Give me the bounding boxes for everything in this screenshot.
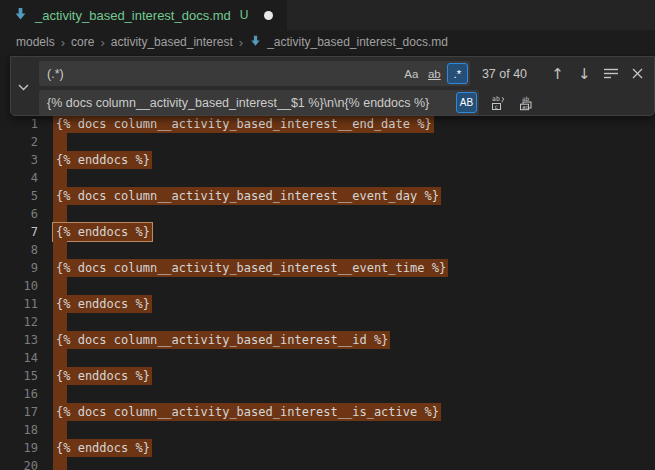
replace-icon: ab c: [491, 95, 507, 111]
line-number: 3: [0, 151, 38, 169]
regex-button[interactable]: .*: [447, 63, 468, 84]
markdown-icon: [249, 34, 262, 50]
markdown-icon: [13, 6, 28, 24]
close-find-button[interactable]: [626, 63, 648, 85]
line-number: 6: [0, 205, 38, 223]
code-line[interactable]: 11{% enddocs %}: [0, 295, 655, 313]
git-status-badge: U: [240, 8, 249, 22]
close-icon: [632, 68, 643, 79]
code-line[interactable]: 19{% enddocs %}: [0, 439, 655, 457]
line-number: 10: [0, 277, 38, 295]
line-number: 7: [0, 223, 38, 241]
find-match-highlight: {% enddocs %}: [53, 439, 152, 457]
toggle-replace-button[interactable]: [11, 57, 35, 115]
chevron-down-icon: [18, 77, 29, 95]
line-number: 19: [0, 439, 38, 457]
find-match-highlight: {% enddocs %}: [53, 367, 152, 385]
breadcrumb-item-file[interactable]: _activity_based_interest_docs.md: [249, 34, 448, 50]
tab-filename: _activity_based_interest_docs.md: [35, 8, 231, 23]
code-line[interactable]: 15{% enddocs %}: [0, 367, 655, 385]
editor-tab[interactable]: _activity_based_interest_docs.md U: [0, 0, 287, 30]
line-number: 20: [0, 457, 38, 470]
modified-indicator-dot[interactable]: [264, 11, 273, 20]
find-match-highlight-empty: [53, 241, 67, 259]
line-number: 17: [0, 403, 38, 421]
tab-bar: _activity_based_interest_docs.md U: [0, 0, 655, 30]
find-previous-button[interactable]: ↑: [547, 63, 569, 85]
line-number: 13: [0, 331, 38, 349]
code-line[interactable]: 7{% enddocs %}: [0, 223, 655, 241]
find-input[interactable]: (.*) Aa ab .*: [39, 61, 470, 86]
find-match-highlight-empty: [53, 169, 67, 187]
breadcrumb-item-models[interactable]: models: [16, 35, 55, 49]
find-match-highlight-empty: [53, 313, 67, 331]
replace-all-button[interactable]: ab ac: [515, 92, 537, 114]
line-number: 15: [0, 367, 38, 385]
code-line[interactable]: 13{% docs column__activity_based_interes…: [0, 331, 655, 349]
code-line[interactable]: 10: [0, 277, 655, 295]
find-match-highlight-empty: [53, 133, 67, 151]
breadcrumb-item-activity-based-interest[interactable]: activity_based_interest: [111, 35, 233, 49]
code-line[interactable]: 4: [0, 169, 655, 187]
replace-value: {% docs column__activity_based_interest_…: [47, 96, 454, 110]
arrow-up-icon: ↑: [551, 65, 564, 83]
find-match-highlight: {% enddocs %}: [53, 151, 152, 169]
line-number: 9: [0, 259, 38, 277]
code-line[interactable]: 18: [0, 421, 655, 439]
preserve-case-button[interactable]: AB: [456, 92, 477, 113]
line-number: 2: [0, 133, 38, 151]
breadcrumb: models › core › activity_based_interest …: [0, 30, 655, 54]
find-replace-widget: (.*) Aa ab .* 37 of 40 ↑ ↓ {%: [10, 56, 655, 116]
match-case-button[interactable]: Aa: [401, 63, 422, 84]
breadcrumb-item-core[interactable]: core: [71, 35, 94, 49]
chevron-right-icon: ›: [60, 35, 66, 50]
find-match-highlight-empty: [53, 205, 67, 223]
find-match-highlight: {% docs column__activity_based_interest_…: [53, 403, 441, 421]
svg-text:ab: ab: [522, 95, 530, 102]
find-match-highlight: {% enddocs %}: [53, 295, 152, 313]
find-next-button[interactable]: ↓: [573, 63, 595, 85]
code-line[interactable]: 12: [0, 313, 655, 331]
find-match-highlight: {% docs column__activity_based_interest_…: [53, 187, 441, 205]
code-line[interactable]: 9{% docs column__activity_based_interest…: [0, 259, 655, 277]
current-find-match: {% enddocs %}: [53, 223, 152, 241]
code-line[interactable]: 20: [0, 457, 655, 470]
line-number: 18: [0, 421, 38, 439]
svg-text:ac: ac: [522, 103, 529, 109]
selection-icon: [604, 68, 618, 79]
line-number: 8: [0, 241, 38, 259]
find-query: (.*): [47, 67, 399, 81]
find-match-highlight: {% docs column__activity_based_interest_…: [53, 259, 448, 277]
line-number: 12: [0, 313, 38, 331]
code-line[interactable]: 5{% docs column__activity_based_interest…: [0, 187, 655, 205]
code-line[interactable]: 6: [0, 205, 655, 223]
line-number: 5: [0, 187, 38, 205]
find-match-highlight-empty: [53, 277, 67, 295]
match-count: 37 of 40: [482, 67, 542, 81]
code-line[interactable]: 17{% docs column__activity_based_interes…: [0, 403, 655, 421]
code-line[interactable]: 16: [0, 385, 655, 403]
find-match-highlight-empty: [53, 349, 67, 367]
chevron-right-icon: ›: [238, 35, 244, 50]
replace-input[interactable]: {% docs column__activity_based_interest_…: [39, 90, 479, 115]
code-line[interactable]: 2: [0, 133, 655, 151]
replace-button[interactable]: ab c: [488, 92, 510, 114]
editor-pane[interactable]: 1{% docs column__activity_based_interest…: [0, 54, 655, 470]
line-number: 4: [0, 169, 38, 187]
replace-all-icon: ab ac: [518, 95, 534, 111]
line-number: 14: [0, 349, 38, 367]
code-line[interactable]: 8: [0, 241, 655, 259]
find-match-highlight-empty: [53, 457, 67, 470]
arrow-down-icon: ↓: [578, 65, 591, 83]
whole-word-button[interactable]: ab: [424, 63, 445, 84]
line-number: 1: [0, 115, 38, 133]
svg-text:c: c: [495, 102, 499, 109]
find-in-selection-button[interactable]: [600, 63, 622, 85]
find-match-highlight-empty: [53, 385, 67, 403]
code-line[interactable]: 3{% enddocs %}: [0, 151, 655, 169]
line-number: 16: [0, 385, 38, 403]
chevron-right-icon: ›: [99, 35, 105, 50]
code-line[interactable]: 14: [0, 349, 655, 367]
find-match-highlight-empty: [53, 421, 67, 439]
find-match-highlight: {% docs column__activity_based_interest_…: [53, 331, 390, 349]
